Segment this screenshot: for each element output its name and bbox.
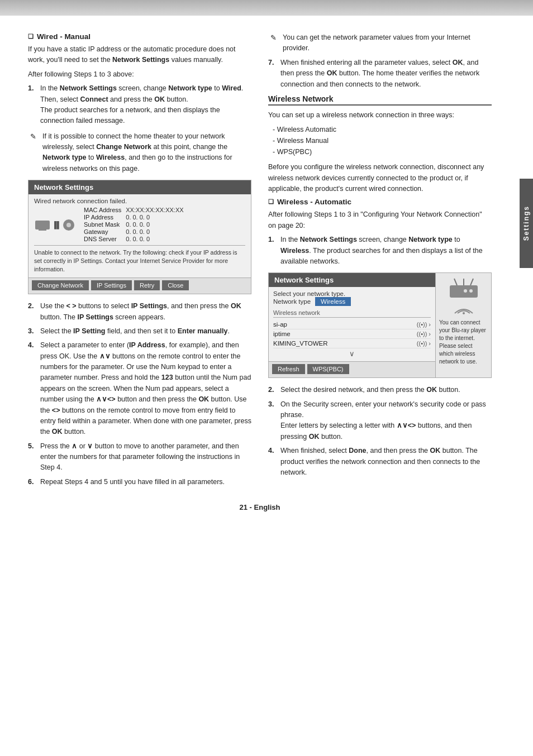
left-column: Wired - Manual If you have a static IP a… (28, 32, 251, 492)
wifi-signal-icon (454, 304, 474, 315)
network-info-table: MAC Address XX:XX:XX:XX:XX:XX IP Address… (84, 207, 188, 243)
gateway-row: Gateway 0. 0. 0. 0 (84, 228, 188, 236)
svg-point-3 (66, 223, 71, 227)
subnet-value: 0. 0. 0. 0 (126, 221, 188, 228)
ip-settings-button[interactable]: IP Settings (91, 280, 132, 290)
change-network-button[interactable]: Change Network (32, 280, 89, 290)
gateway-value: 0. 0. 0. 0 (126, 228, 188, 236)
wired-error-msg: Unable to connect to the network. Try th… (34, 245, 245, 275)
arrow-icon-kiming: › (429, 340, 431, 347)
wps-button[interactable]: WPS(PBC) (307, 364, 349, 374)
right-column: ✎ You can get the network parameter valu… (268, 32, 492, 492)
wireless-box-title: Network Settings (269, 273, 435, 287)
signal-bars: ▐▌ (52, 221, 61, 229)
svg-point-8 (469, 289, 473, 293)
wired-network-settings-box: Network Settings Wired network connectio… (28, 180, 251, 294)
svg-line-6 (454, 279, 457, 285)
wireless-intro: You can set up a wireless network connec… (268, 110, 492, 121)
wifi-icon-iptime: ((•)) (417, 331, 427, 337)
svg-rect-4 (450, 285, 478, 298)
page-container: Settings Wired - Manual If you have a st… (0, 0, 533, 756)
svg-rect-0 (35, 221, 50, 229)
wired-step-6: 6. Repeat Steps 4 and 5 until you have f… (28, 477, 251, 487)
wired-manual-heading: Wired - Manual (28, 32, 251, 41)
wired-step-1: 1. In the Network Settings screen, chang… (28, 83, 251, 127)
top-bar (0, 0, 533, 16)
subnet-row: Subnet Mask 0. 0. 0. 0 (84, 221, 188, 228)
right-note-1: ✎ You can get the network parameter valu… (268, 32, 492, 54)
wireless-box-hint: You can connect your Blu-ray player to t… (439, 319, 488, 366)
wireless-options-list: Wireless Automatic Wireless Manual WPS(P… (273, 124, 492, 157)
wireless-step-4: 4. When finished, select Done, and then … (268, 446, 492, 478)
wired-box-subtitle: Wired network connection failed. (34, 198, 245, 204)
wired-box-info-row: ▐▌ MAC Address XX:XX:XX:XX:XX:XX (34, 207, 245, 243)
wifi-icon-si-ap: ((•)) (417, 321, 427, 328)
network-name-iptime: iptime (273, 331, 291, 337)
wired-steps-list-2: 2. Use the < > buttons to select IP Sett… (28, 301, 251, 487)
wireless-box-body: Select your network type. Network type W… (269, 287, 435, 361)
router-icon-container (449, 277, 479, 300)
wifi-icon-kiming: ((•)) (417, 340, 427, 347)
wired-steps-intro: After following Steps 1 to 3 above: (28, 69, 251, 80)
network-name-kiming: KIMING_VTOWER (273, 340, 328, 347)
wired-step-5: 5. Press the ∧ or ∨ button to move to an… (28, 441, 251, 473)
wireless-box-sidebar: You can connect your Blu-ray player to t… (435, 273, 491, 377)
disc-player-icon (63, 219, 75, 231)
gateway-label: Gateway (84, 228, 126, 236)
svg-rect-1 (39, 229, 46, 231)
router-svg-icon (449, 277, 479, 299)
settings-tab-label: Settings (522, 205, 530, 241)
mac-value: XX:XX:XX:XX:XX:XX (126, 207, 188, 214)
wireless-network-heading: Wireless Network (268, 94, 492, 106)
wired-steps-list-1: 1. In the Network Settings screen, chang… (28, 83, 251, 127)
arrow-icon-iptime: › (429, 331, 431, 337)
wireless-network-section-label: Wireless network (273, 309, 431, 318)
wired-step-3: 3. Select the IP Setting field, and then… (28, 326, 251, 337)
svg-point-9 (464, 289, 467, 293)
dns-label: DNS Server (84, 236, 126, 243)
network-item-iptime[interactable]: iptime ((•)) › (273, 329, 431, 339)
network-name-si-ap: si-ap (273, 321, 287, 328)
wired-box-title: Network Settings (28, 180, 251, 194)
retry-button[interactable]: Retry (134, 280, 160, 290)
wireless-step-1: 1. In the Network Settings screen, chang… (268, 235, 492, 267)
svg-point-10 (463, 312, 465, 314)
wireless-step-2: 2. Select the desired network, and then … (268, 385, 492, 395)
refresh-button[interactable]: Refresh (272, 364, 305, 374)
right-step-7-list: 7. When finished entering all the parame… (268, 58, 492, 90)
network-item-si-ap[interactable]: si-ap ((•)) › (273, 320, 431, 329)
ip-row: IP Address 0. 0. 0. 0 (84, 214, 188, 221)
network-type-label: Network type (273, 298, 311, 305)
wireless-before-text: Before you configure the wireless networ… (268, 162, 492, 194)
settings-tab: Settings (520, 179, 533, 268)
wireless-box-main: Network Settings Select your network typ… (269, 273, 435, 377)
network-item-kiming[interactable]: KIMING_VTOWER ((•)) › (273, 339, 431, 348)
wireless-box-buttons: Refresh WPS(PBC) (269, 361, 435, 377)
wireless-option-3: WPS(PBC) (273, 146, 492, 157)
wireless-auto-heading: Wireless - Automatic (268, 198, 492, 206)
svg-line-7 (470, 279, 473, 285)
wireless-select-label: Select your network type. (273, 290, 431, 297)
subnet-label: Subnet Mask (84, 221, 126, 228)
wireless-step-3: 3. On the Security screen, enter your ne… (268, 399, 492, 443)
dns-row: DNS Server 0. 0. 0. 0 (84, 236, 188, 243)
dns-value: 0. 0. 0. 0 (126, 236, 188, 243)
ip-label: IP Address (84, 214, 126, 221)
close-button[interactable]: Close (162, 280, 189, 290)
wired-box-body: Wired network connection failed. ▐▌ (28, 194, 251, 277)
device-icons: ▐▌ (34, 219, 75, 231)
mac-label: MAC Address (84, 207, 126, 214)
wired-step-4: 4. Select a parameter to enter (IP Addre… (28, 340, 251, 437)
network-type-value: Wireless (315, 297, 351, 306)
wireless-auto-intro: After following Steps 1 to 3 in "Configu… (268, 209, 492, 231)
wireless-steps-2-4-list: 2. Select the desired network, and then … (268, 385, 492, 478)
main-content: Wired - Manual If you have a static IP a… (0, 16, 520, 536)
two-column-layout: Wired - Manual If you have a static IP a… (28, 32, 492, 492)
right-step-7: 7. When finished entering all the parame… (268, 58, 492, 90)
wireless-option-2: Wireless Manual (273, 135, 492, 146)
wired-step-2: 2. Use the < > buttons to select IP Sett… (28, 301, 251, 323)
ip-value: 0. 0. 0. 0 (126, 214, 188, 221)
wireless-option-1: Wireless Automatic (273, 124, 492, 135)
wireless-network-settings-box: Network Settings Select your network typ… (268, 272, 492, 378)
tv-icon (34, 219, 51, 231)
